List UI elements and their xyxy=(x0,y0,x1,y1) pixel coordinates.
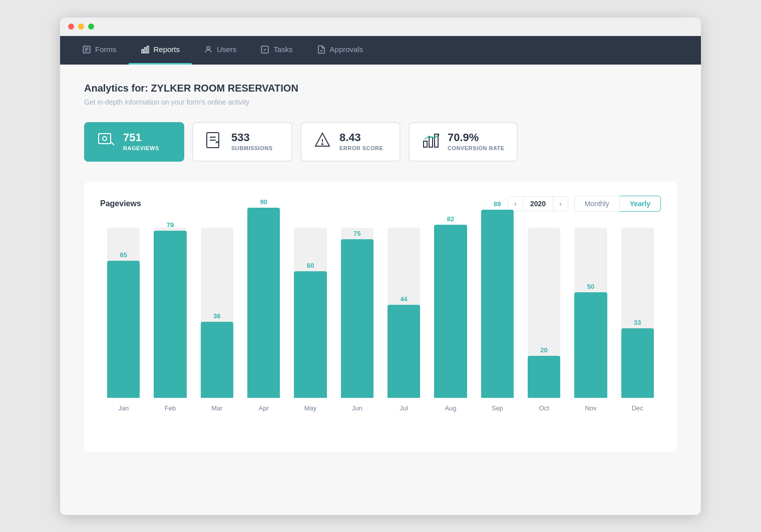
stat-info-pageviews: 751 RAGEVIEWS xyxy=(123,132,159,151)
stat-value-conversion: 70.9% xyxy=(448,132,505,143)
svg-line-11 xyxy=(111,142,114,145)
bar-feb[interactable] xyxy=(154,231,186,398)
bar-group-dec: 33Dec xyxy=(614,228,661,418)
svg-point-10 xyxy=(103,137,107,141)
nav-label-approvals: Approvals xyxy=(330,45,363,54)
svg-point-16 xyxy=(322,144,323,145)
bar-group-aug: 82Aug xyxy=(427,228,474,418)
bar-value-sep: 89 xyxy=(481,200,514,208)
bar-value-oct: 20 xyxy=(528,346,560,354)
bar-chart: 65Jan79Feb36Mar90Apr60May75Jun44Jul82Aug… xyxy=(100,228,661,438)
nav-label-forms: Forms xyxy=(95,45,117,54)
error-icon xyxy=(313,131,331,153)
bar-group-mar: 36Mar xyxy=(194,228,240,418)
bar-group-jul: 44Jul xyxy=(380,228,427,418)
nav-item-approvals[interactable]: Approvals xyxy=(305,36,375,65)
bar-jun[interactable] xyxy=(341,239,373,398)
bar-mar[interactable] xyxy=(201,322,233,398)
chart-title: Pageviews xyxy=(100,199,141,208)
bar-label-sep: Sep xyxy=(474,404,521,412)
bar-group-feb: 79Feb xyxy=(147,228,193,418)
stat-card-pageviews[interactable]: 751 RAGEVIEWS xyxy=(84,122,184,162)
reports-icon xyxy=(141,45,150,54)
forms-icon xyxy=(82,45,91,54)
stat-label-conversion: CONVERSION RATE xyxy=(448,145,505,151)
bar-label-feb: Feb xyxy=(147,404,193,412)
bar-sep[interactable] xyxy=(481,210,514,398)
bar-dec[interactable] xyxy=(621,328,654,398)
bar-group-jan: 65Jan xyxy=(100,228,147,418)
tasks-icon xyxy=(260,45,269,54)
conversion-icon xyxy=(422,131,440,153)
bar-label-apr: Apr xyxy=(240,404,287,412)
bar-may[interactable] xyxy=(294,271,326,398)
bar-label-jul: Jul xyxy=(380,404,427,412)
bar-apr[interactable] xyxy=(247,208,280,398)
bar-value-feb: 79 xyxy=(154,221,186,229)
bar-value-jul: 44 xyxy=(388,295,420,303)
svg-rect-17 xyxy=(424,141,427,147)
bar-label-oct: Oct xyxy=(521,404,567,412)
bar-value-mar: 36 xyxy=(201,312,233,320)
svg-rect-6 xyxy=(147,46,148,53)
bar-value-nov: 50 xyxy=(574,283,607,290)
bar-jul[interactable] xyxy=(388,305,420,398)
bar-nov[interactable] xyxy=(574,292,607,398)
nav-label-users: Users xyxy=(217,45,236,54)
bar-value-jun: 75 xyxy=(341,230,373,237)
bar-oct[interactable] xyxy=(528,356,560,398)
bar-aug[interactable] xyxy=(434,225,467,398)
yearly-view-button[interactable]: Yearly xyxy=(620,196,661,212)
title-bar xyxy=(60,18,701,36)
close-button[interactable] xyxy=(68,24,74,30)
stat-label-pageviews: RAGEVIEWS xyxy=(123,145,159,151)
stat-info-conversion: 70.9% CONVERSION RATE xyxy=(448,132,505,151)
bar-label-dec: Dec xyxy=(614,404,661,412)
bar-group-oct: 20Oct xyxy=(521,228,567,418)
approvals-icon xyxy=(317,45,326,54)
nav-label-reports: Reports xyxy=(154,45,180,54)
nav-item-users[interactable]: Users xyxy=(192,36,248,65)
bar-group-sep: 89Sep xyxy=(474,228,521,418)
nav-item-reports[interactable]: Reports xyxy=(129,36,192,65)
app-window: Forms Reports Users Tasks Approvals Anal… xyxy=(60,18,701,515)
maximize-button[interactable] xyxy=(88,24,94,30)
year-navigator: ‹ 2020 › xyxy=(508,196,568,211)
minimize-button[interactable] xyxy=(78,24,84,30)
chart-controls: ‹ 2020 › Monthly Yearly xyxy=(508,196,661,212)
bar-value-dec: 33 xyxy=(621,319,654,326)
page-subtitle: Get in-depth information on your form's … xyxy=(84,98,677,106)
bar-label-may: May xyxy=(287,404,333,412)
bar-jan[interactable] xyxy=(107,261,140,398)
svg-rect-5 xyxy=(144,48,146,53)
chart-header: Pageviews ‹ 2020 › Monthly Yearly xyxy=(100,196,661,212)
next-year-button[interactable]: › xyxy=(553,197,568,211)
users-icon xyxy=(204,45,213,54)
stat-label-submissions: SUBMISSIONS xyxy=(231,145,273,151)
nav-item-tasks[interactable]: Tasks xyxy=(248,36,304,65)
stat-card-conversion[interactable]: 70.9% CONVERSION RATE xyxy=(409,122,518,162)
main-content: Analytics for: ZYLKER ROOM RESERVATION G… xyxy=(60,65,701,515)
stat-card-submissions[interactable]: 533 SUBMISSIONS xyxy=(192,122,292,162)
navigation-bar: Forms Reports Users Tasks Approvals xyxy=(60,36,701,65)
bar-label-jun: Jun xyxy=(334,404,380,412)
stat-card-error[interactable]: 8.43 ERROR SCORE xyxy=(300,122,401,162)
page-title: Analytics for: ZYLKER ROOM RESERVATION xyxy=(84,83,677,94)
stat-info-error: 8.43 ERROR SCORE xyxy=(339,132,383,151)
svg-rect-18 xyxy=(429,137,433,147)
bar-value-may: 60 xyxy=(294,262,326,269)
bar-label-aug: Aug xyxy=(427,404,474,412)
stats-row: 751 RAGEVIEWS 533 SUBMISSIONS xyxy=(84,122,677,162)
submit-icon xyxy=(205,131,223,153)
nav-item-forms[interactable]: Forms xyxy=(70,36,129,65)
view-toggle: Monthly Yearly xyxy=(574,196,661,212)
monthly-view-button[interactable]: Monthly xyxy=(574,196,620,212)
svg-point-7 xyxy=(207,47,210,50)
bar-value-aug: 82 xyxy=(434,215,467,223)
stat-label-error: ERROR SCORE xyxy=(339,145,383,151)
svg-rect-4 xyxy=(142,50,143,53)
bar-label-mar: Mar xyxy=(194,404,240,412)
year-display: 2020 xyxy=(523,197,553,211)
bar-label-nov: Nov xyxy=(567,404,614,412)
bar-group-jun: 75Jun xyxy=(334,228,380,418)
